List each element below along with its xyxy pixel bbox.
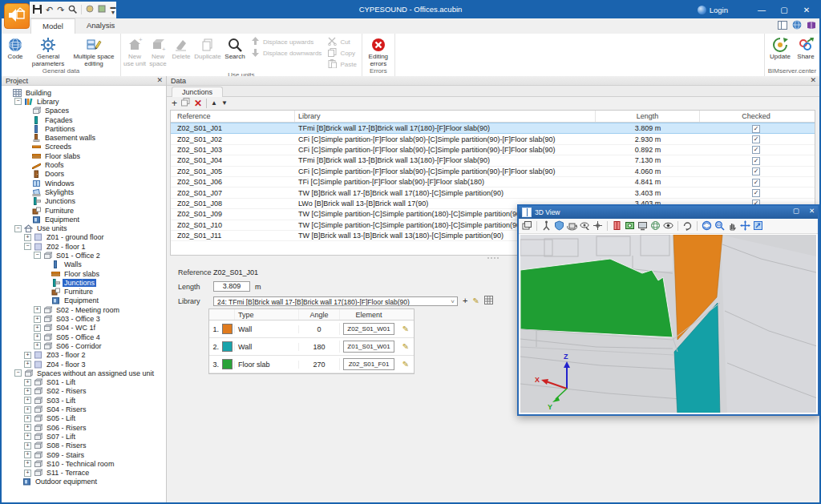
table-row[interactable]: Z02_S01_J02CFi [C]Simple partition-[F]Fl… — [171, 134, 815, 144]
tree-item-screeds[interactable]: Screeds — [2, 143, 166, 151]
eye-select-icon[interactable] — [580, 220, 590, 232]
tree-expander-icon[interactable]: − — [14, 225, 22, 232]
tree-item-s09-stairs[interactable]: +S09 - Stairs — [2, 450, 166, 459]
tree-expander-icon[interactable]: + — [24, 460, 31, 467]
tree-item-walls[interactable]: Walls — [2, 260, 166, 269]
tree-item-s01-office-2[interactable]: −S01 - Office 2 — [2, 251, 166, 260]
qat-more-icon[interactable]: ▬▼ — [110, 4, 115, 15]
add-junction-icon[interactable]: + — [172, 99, 177, 108]
move-down-icon[interactable]: ▼ — [221, 100, 228, 107]
tree-expander-icon[interactable]: + — [24, 361, 31, 368]
zoom-search-icon[interactable] — [68, 5, 77, 15]
tree-item-furniture[interactable]: Furniture — [2, 288, 166, 296]
qat-tool-icon-2[interactable] — [98, 5, 106, 14]
table-row[interactable]: Z02_S01_J01TFmi [B]Brick wall 17-[B]Bric… — [171, 123, 815, 134]
table-row[interactable]: Z02_S01_J06TFi [C]Simple partition-[F]Fl… — [171, 177, 815, 187]
library-table-icon[interactable] — [484, 296, 493, 306]
checked-checkbox[interactable]: ✓ — [752, 125, 760, 133]
zoom-extents-icon[interactable] — [702, 220, 712, 232]
qat-tool-icon-1[interactable] — [86, 5, 94, 14]
view3d-maximize-button[interactable]: ▢ — [793, 207, 799, 215]
element-ref-button[interactable]: Z02_S01_F01 — [343, 358, 394, 370]
tree-item-s10-technical-room[interactable]: +S10 - Technical room — [2, 459, 166, 468]
section-icon[interactable] — [612, 220, 622, 232]
tree-item-roofs[interactable]: Roofs — [2, 160, 166, 169]
element-edit-icon[interactable]: ✎ — [402, 342, 409, 351]
checked-checkbox[interactable]: ✓ — [752, 189, 760, 197]
snapshot-icon[interactable] — [625, 220, 635, 232]
tree-expander-icon[interactable]: + — [24, 352, 31, 359]
shield-icon[interactable] — [554, 220, 564, 232]
globe-mesh-icon[interactable] — [650, 220, 661, 232]
checked-checkbox[interactable]: ✓ — [752, 179, 760, 187]
close-button[interactable]: ✕ — [795, 2, 818, 18]
data-close-icon[interactable]: ✕ — [810, 76, 816, 84]
tree-item-z01-ground-floor[interactable]: +Z01 - ground floor — [2, 233, 166, 242]
axes-person-icon[interactable] — [541, 220, 552, 232]
login-button[interactable]: Login — [698, 6, 728, 14]
eye-icon[interactable] — [663, 220, 673, 232]
tree-item-fa-ades[interactable]: Façades — [2, 115, 166, 124]
tree-expander-icon[interactable]: − — [24, 243, 31, 250]
tree-expander-icon[interactable]: + — [24, 470, 31, 477]
maximize-button[interactable]: ▢ — [773, 2, 795, 18]
tree-item-s07-lift[interactable]: +S07 - Lift — [2, 432, 166, 441]
ribbon-button-multiple-space-editing[interactable]: Multiple space editing — [69, 35, 119, 67]
redo-icon[interactable]: ↷ — [57, 6, 64, 14]
tree-item-junctions[interactable]: Junctions — [2, 197, 166, 206]
checked-checkbox[interactable]: ✓ — [752, 167, 760, 175]
tree-expander-icon[interactable]: + — [24, 451, 31, 458]
pan-cross-icon[interactable] — [740, 220, 750, 232]
tree-item-z04-floor-3[interactable]: +Z04 - floor 3 — [2, 360, 166, 369]
tree-expander-icon[interactable]: + — [24, 379, 31, 386]
tree-item-floor-slabs[interactable]: Floor slabs — [2, 269, 166, 278]
ribbon-button-editing-errors[interactable]: Editing errors — [364, 35, 393, 67]
tree-item-s04-wc-1f[interactable]: +S04 - WC 1f — [2, 324, 166, 333]
tree-expander-icon[interactable]: + — [34, 306, 41, 313]
tree-expander-icon[interactable]: − — [14, 98, 22, 105]
table-row[interactable]: Z02_S01_J04TFmi [B]Brick wall 13-[B]Bric… — [171, 155, 815, 166]
tab-model[interactable]: Model — [30, 18, 75, 34]
element-edit-icon[interactable]: ✎ — [402, 325, 409, 333]
tree-expander-icon[interactable]: + — [24, 234, 31, 241]
ribbon-button-share[interactable]: Share — [794, 35, 818, 61]
tree-expander-icon[interactable]: + — [24, 415, 31, 422]
length-input[interactable]: 3.809 — [213, 281, 250, 292]
fit-view-icon[interactable] — [753, 220, 763, 232]
view3d-titlebar[interactable]: 3D View ▢ ✕ — [519, 206, 818, 219]
tree-item-s06-corridor[interactable]: +S06 - Corridor — [2, 341, 166, 350]
tree-expander-icon[interactable]: + — [34, 333, 41, 341]
tree-item-skylights[interactable]: Skylights — [2, 187, 166, 196]
web-globe-icon[interactable] — [792, 20, 802, 31]
duplicate-junction-icon[interactable] — [181, 98, 190, 108]
ribbon-button-general-parameters[interactable]: General parameters — [27, 35, 69, 67]
tab-analysis[interactable]: Analysis — [75, 18, 126, 34]
table-row[interactable]: Z02_S01_J05CFi [C]Simple partition-[F]Fl… — [171, 167, 815, 177]
tree-item-z03-floor-2[interactable]: +Z03 - floor 2 — [2, 351, 166, 360]
panel-layout-icon[interactable] — [778, 21, 787, 31]
checked-checkbox[interactable]: ✓ — [752, 146, 760, 154]
tree-item-spaces[interactable]: Spaces — [2, 107, 166, 115]
undo-icon[interactable]: ↶ — [46, 6, 53, 14]
tree-item-s08-risers[interactable]: +S08 - Risers — [2, 442, 166, 450]
tree-item-s04-risers[interactable]: +S04 - Risers — [2, 405, 166, 413]
tree-item-s03-lift[interactable]: +S03 - Lift — [2, 396, 166, 405]
tree-item-partitions[interactable]: Partitions — [2, 124, 166, 133]
tree-item-floor-slabs[interactable]: Floor slabs — [2, 151, 166, 160]
tree-item-spaces-without-an-assigned-use-unit[interactable]: −Spaces without an assigned use unit — [2, 369, 166, 377]
tree-expander-icon[interactable]: + — [34, 342, 41, 349]
tree-expander-icon[interactable]: + — [24, 406, 31, 413]
save-icon[interactable] — [33, 5, 42, 15]
tree-expander-icon[interactable]: + — [24, 388, 31, 395]
library-dropdown[interactable]: 24: TFmi [B]Brick wall 17-[B]Brick wall … — [213, 296, 458, 306]
view3d-viewport[interactable]: Z X Y — [520, 235, 816, 413]
tree-item-furniture[interactable]: Furniture — [2, 206, 166, 215]
tree-expander-icon[interactable]: + — [24, 433, 31, 440]
zoom-window-icon[interactable] — [714, 220, 725, 232]
tree-expander-icon[interactable]: + — [24, 442, 31, 450]
tree-item-s06-risers[interactable]: +S06 - Risers — [2, 423, 166, 432]
tree-item-outdoor-equipment[interactable]: Outdoor equipment — [2, 478, 166, 486]
checked-checkbox[interactable]: ✓ — [752, 135, 760, 143]
ribbon-button-update[interactable]: Update — [766, 35, 794, 61]
tree-item-library[interactable]: −Library — [2, 97, 166, 106]
